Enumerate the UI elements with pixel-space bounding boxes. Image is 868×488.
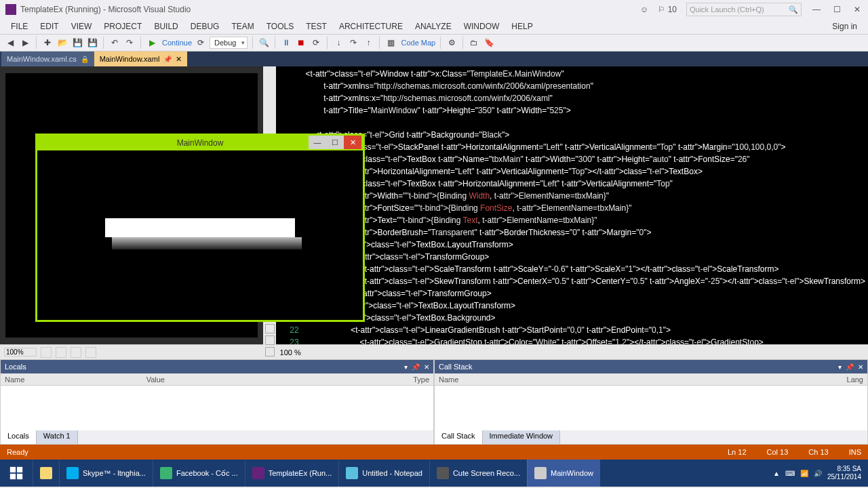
notifications-icon[interactable]: ⚐ 10 [658,5,677,14]
designer-zoom[interactable]: 100% [4,348,37,357]
refresh-icon[interactable]: ⟳ [195,37,207,49]
col-lang[interactable]: Lang [651,375,863,384]
snap-icon[interactable] [71,347,81,358]
menu-edit[interactable]: EDIT [35,20,64,33]
clock[interactable]: 8:35 SA 25/11/2014 [827,465,861,481]
fit-icon[interactable] [41,347,52,358]
menu-architecture[interactable]: ARCHITECTURE [334,20,408,33]
running-textbox-reflection [112,237,302,249]
volume-icon[interactable]: 🔊 [814,470,822,477]
locals-header[interactable]: Locals ▾📌✕ [1,360,433,373]
codemap-icon[interactable]: ▦ [384,37,397,49]
taskbar-explorer[interactable] [33,460,59,487]
panel-dropdown-icon[interactable]: ▾ [838,363,842,371]
start-button[interactable] [0,460,33,487]
taskbar-vs[interactable]: TemplateEx (Run... [245,460,339,487]
menu-test[interactable]: TEST [300,20,332,33]
bookmark-icon[interactable]: 🔖 [483,37,495,49]
running-window-titlebar[interactable]: MainWindow — ☐ ✕ [37,136,363,150]
panel-dropdown-icon[interactable]: ▾ [404,363,408,371]
rw-minimize-button[interactable]: — [309,136,326,149]
stepinto-icon[interactable]: ↓ [332,37,344,49]
signin-link[interactable]: Sign in [827,20,863,33]
code-lines[interactable]: <t-attr">class="t-el">Window t-attr">x:C… [303,66,868,344]
codemap-button[interactable]: Code Map [401,39,435,47]
redo-icon[interactable]: ↷ [123,37,136,49]
swap-icon[interactable] [265,324,275,333]
taskbar-recorder[interactable]: Cute Screen Reco... [429,460,527,487]
saveall-icon[interactable]: 💾 [86,37,98,49]
config-combo[interactable]: Debug [210,37,248,49]
horiz-icon[interactable] [265,336,275,345]
save-icon[interactable]: 💾 [71,37,83,49]
forward-icon[interactable]: ▶ [19,37,31,49]
minimize-button[interactable]: — [811,5,822,14]
menu-help[interactable]: HELP [506,20,538,33]
vs-icon [252,467,264,479]
stepout-icon[interactable]: ↑ [362,37,374,49]
menu-build[interactable]: BUILD [149,20,183,33]
col-name[interactable]: Name [439,375,651,384]
folder-icon[interactable]: 🗀 [468,37,480,49]
taskbar-skype[interactable]: Skype™ - ltnghia... [59,460,153,487]
menu-view[interactable]: VIEW [66,20,98,33]
tool-icon[interactable]: ⚙ [446,37,458,49]
undo-icon[interactable]: ↶ [108,37,121,49]
quick-launch-input[interactable]: Quick Launch (Ctrl+Q) 🔍 [686,3,802,16]
running-textbox[interactable] [105,218,295,237]
stop-icon[interactable]: ⏹ [295,37,307,49]
keyboard-icon[interactable]: ⌨ [785,470,795,477]
tab-callstack[interactable]: Call Stack [435,430,483,444]
menu-window[interactable]: WINDOW [458,20,505,33]
col-type[interactable]: Type [288,375,429,384]
close-tab-icon[interactable]: ✕ [176,55,182,64]
panel-close-icon[interactable]: ✕ [858,363,863,371]
pin-icon[interactable]: 📌 [163,56,172,63]
code-zoom[interactable]: 100 % [280,348,301,357]
pause-icon[interactable]: ⏸ [280,37,292,49]
locals-body[interactable] [1,386,433,430]
panel-pin-icon[interactable]: 📌 [412,363,420,371]
new-icon[interactable]: ✚ [41,37,54,49]
menu-analyze[interactable]: ANALYZE [410,20,457,33]
col-value[interactable]: Value [146,375,288,384]
panel-close-icon[interactable]: ✕ [424,363,429,371]
network-icon[interactable]: 📶 [800,470,808,477]
close-button[interactable]: ✕ [852,5,863,14]
back-icon[interactable]: ◀ [4,37,16,49]
effects-icon[interactable] [85,347,96,358]
tray-up-icon[interactable]: ▲ [773,470,780,477]
col-name[interactable]: Name [5,375,146,384]
tab-locals[interactable]: Locals [1,430,37,444]
panel-pin-icon[interactable]: 📌 [846,363,854,371]
tab-watch1[interactable]: Watch 1 [37,430,78,444]
rw-close-button[interactable]: ✕ [344,136,361,149]
find-icon[interactable]: 🔍 [258,37,270,49]
maximize-button[interactable]: ☐ [831,5,842,14]
menu-team[interactable]: TEAM [226,20,259,33]
vert-icon[interactable] [265,347,275,357]
rw-maximize-button[interactable]: ☐ [326,136,344,149]
menu-file[interactable]: FILE [5,20,33,33]
continue-icon[interactable]: ▶ [146,37,158,49]
taskbar-browser[interactable]: Facebook - Cốc ... [153,460,245,487]
tab-mainwindow-cs[interactable]: MainWindow.xaml.cs 🔒 [1,52,94,66]
callstack-header[interactable]: Call Stack ▾📌✕ [435,360,867,373]
menu-tools[interactable]: TOOLS [261,20,299,33]
system-tray[interactable]: ▲ ⌨ 📶 🔊 8:35 SA 25/11/2014 [766,465,868,481]
open-icon[interactable]: 📂 [56,37,68,49]
locals-tabs: Locals Watch 1 [1,430,433,444]
tab-immediate[interactable]: Immediate Window [483,430,561,444]
callstack-body[interactable] [435,386,867,430]
running-window[interactable]: MainWindow — ☐ ✕ [35,134,365,322]
continue-button[interactable]: Continue [162,39,192,47]
menu-project[interactable]: PROJECT [98,20,147,33]
menu-debug[interactable]: DEBUG [185,20,225,33]
taskbar-mainwindow[interactable]: MainWindow [527,460,600,487]
taskbar-notepad[interactable]: Untitled - Notepad [338,460,429,487]
stepover-icon[interactable]: ↷ [347,37,359,49]
grid-icon[interactable] [56,347,66,358]
feedback-icon[interactable]: ☺ [640,5,648,14]
restart-icon[interactable]: ⟳ [310,37,322,49]
tab-mainwindow-xaml[interactable]: MainWindow.xaml 📌 ✕ [94,52,188,66]
